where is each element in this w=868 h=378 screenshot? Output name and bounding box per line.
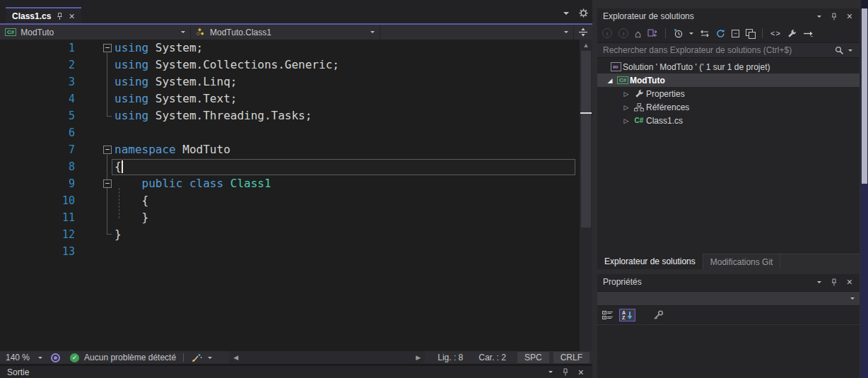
problems-status-text[interactable]: Aucun problème détecté (84, 353, 176, 362)
code-line-11[interactable]: 11 } (0, 209, 592, 226)
tree-item-modtuto[interactable]: ◢C#ModTuto (597, 73, 860, 87)
code-text: namespace ModTuto (115, 141, 230, 158)
preview-selected-items-icon[interactable] (803, 30, 814, 37)
back-icon[interactable]: ‹ (602, 28, 612, 38)
project-dropdown[interactable]: C# ModTuto (0, 25, 191, 40)
csharp-project-icon: C# (617, 76, 628, 84)
code-line-4[interactable]: 4using System.Text; (0, 90, 592, 107)
spaces-indicator[interactable]: SPC (517, 352, 549, 363)
output-panel-titlebar[interactable]: Sortie × (0, 364, 592, 378)
filter-chevron-icon[interactable] (689, 33, 693, 35)
scroll-up-icon[interactable]: ▲ (580, 40, 592, 51)
line-indicator[interactable]: Lig. : 8 (438, 353, 463, 362)
code-line-2[interactable]: 2using System.Collections.Generic; (0, 57, 592, 73)
window-menu-chevron-icon[interactable] (549, 371, 553, 373)
show-all-files-icon[interactable] (746, 29, 754, 37)
pin-window-icon[interactable] (831, 278, 838, 286)
pin-window-icon[interactable] (562, 368, 569, 376)
code-line-9[interactable]: 9− public class Class1 (0, 175, 592, 192)
window-menu-chevron-icon[interactable] (817, 281, 821, 283)
collapse-all-icon[interactable]: − (732, 30, 739, 37)
properties-titlebar[interactable]: Propriétés × (597, 274, 860, 290)
scrollbar-thumb[interactable] (862, 8, 867, 184)
view-code-icon[interactable]: <> (770, 29, 781, 38)
pin-window-icon[interactable] (831, 13, 838, 20)
code-line-6[interactable]: 6 (0, 124, 592, 141)
svg-text:+: + (604, 315, 606, 319)
code-cleanup-chevron-icon[interactable] (208, 357, 212, 359)
close-window-icon[interactable]: × (847, 12, 852, 20)
line-number: 5 (0, 107, 75, 124)
sync-with-active-document-icon[interactable] (647, 29, 657, 38)
scroll-right-icon[interactable]: ▶ (411, 351, 425, 364)
expanded-arrow-icon[interactable]: ◢ (604, 77, 616, 84)
categorized-view-icon[interactable]: ++ (602, 310, 614, 320)
close-window-icon[interactable]: × (847, 278, 852, 286)
editor-options-gear-icon[interactable] (579, 8, 588, 18)
fold-collapse-icon[interactable]: − (103, 44, 112, 52)
forward-icon[interactable]: › (618, 28, 628, 38)
property-pages-key-icon[interactable] (652, 310, 664, 320)
collapsed-arrow-icon[interactable]: ▷ (621, 104, 632, 111)
pin-tab-icon[interactable] (56, 12, 64, 20)
code-line-3[interactable]: 3using System.Linq; (0, 73, 592, 90)
split-window-handle[interactable] (574, 25, 592, 40)
member-dropdown[interactable] (380, 25, 574, 40)
alphabetical-sort-icon[interactable]: AZ (619, 309, 635, 321)
switch-views-icon[interactable] (700, 30, 710, 37)
line-ending-indicator[interactable]: CRLF (553, 352, 590, 363)
line-number: 13 (0, 243, 75, 260)
sidebar-tab-explorateur-de-solutions[interactable]: Explorateur de solutions (597, 254, 703, 269)
home-icon[interactable]: ⌂ (635, 29, 641, 38)
properties-pane: Propriétés × ++ AZ (597, 274, 860, 378)
code-editor[interactable]: 1−using System;2using System.Collections… (0, 40, 592, 351)
document-tab-class1[interactable]: Class1.cs × (6, 7, 81, 23)
code-line-1[interactable]: 1−using System; (0, 40, 592, 57)
solution-explorer-titlebar[interactable]: Explorateur de solutions × (597, 8, 860, 24)
solution-explorer-search[interactable]: Rechercher dans Explorateur de solutions… (597, 42, 860, 58)
fold-collapse-icon[interactable]: − (103, 146, 112, 154)
properties-title: Propriétés (603, 277, 642, 287)
type-dropdown[interactable]: ModTuto.Class1 (191, 25, 380, 40)
window-vertical-scrollbar[interactable] (861, 0, 868, 378)
refresh-icon[interactable] (716, 29, 725, 38)
search-icon[interactable] (835, 46, 844, 55)
wrench-icon (635, 89, 644, 98)
tree-item-properties[interactable]: ▷Properties (597, 87, 860, 100)
window-menu-chevron-icon[interactable] (817, 16, 821, 18)
zoom-chevron-icon[interactable] (38, 357, 42, 359)
tree-item-r-f-rences[interactable]: ▷Références (597, 100, 860, 114)
code-line-10[interactable]: 10 { (0, 192, 592, 209)
tree-item-class1-cs[interactable]: ▷C#Class1.cs (597, 114, 860, 127)
code-line-7[interactable]: 7−namespace ModTuto (0, 141, 592, 158)
zoom-level[interactable]: 140 % (6, 353, 30, 362)
scroll-left-icon[interactable]: ◀ (229, 351, 242, 364)
code-line-12[interactable]: 12} (0, 226, 592, 243)
fold-collapse-icon[interactable]: − (103, 179, 112, 188)
collapsed-arrow-icon[interactable]: ▷ (621, 90, 632, 98)
code-line-13[interactable]: 13 (0, 243, 592, 260)
document-health-icon[interactable] (51, 353, 60, 362)
collapsed-arrow-icon[interactable]: ▷ (621, 117, 632, 124)
close-window-icon[interactable]: × (578, 368, 584, 377)
tree-item-solution-modtuto-1-sur-1-de-projet[interactable]: ∞Solution ' ModTuto ' (' 1 sur 1 de proj… (597, 60, 860, 73)
code-line-5[interactable]: 5using System.Threading.Tasks; (0, 107, 592, 124)
scrollbar-thumb[interactable] (581, 51, 591, 228)
code-cleanup-icon[interactable] (191, 353, 202, 362)
close-tab-icon[interactable]: × (69, 12, 74, 20)
tree-item-label: ModTuto (630, 76, 665, 85)
properties-wrench-icon[interactable] (787, 29, 797, 38)
editor-horizontal-scrollbar[interactable]: ◀ ▶ (229, 351, 425, 364)
solution-explorer-toolbar: ‹ › ⌂ − <> (597, 24, 860, 42)
chevron-down-icon (564, 31, 568, 33)
editor-status-bar: 140 % ✓ Aucun problème détecté ◀ ▶ Lig. … (0, 351, 592, 364)
pending-changes-filter-icon[interactable] (674, 29, 683, 38)
properties-object-dropdown[interactable] (597, 291, 860, 306)
column-indicator[interactable]: Car. : 2 (479, 353, 506, 362)
solution-explorer-title: Explorateur de solutions (603, 11, 694, 21)
sidebar-tab-modifications-git[interactable]: Modifications Git (703, 254, 781, 269)
line-number: 6 (0, 124, 75, 141)
search-options-chevron-icon[interactable] (848, 49, 852, 52)
editor-vertical-scrollbar[interactable]: ▲ (580, 40, 592, 351)
tab-list-chevron-icon[interactable] (563, 12, 569, 15)
